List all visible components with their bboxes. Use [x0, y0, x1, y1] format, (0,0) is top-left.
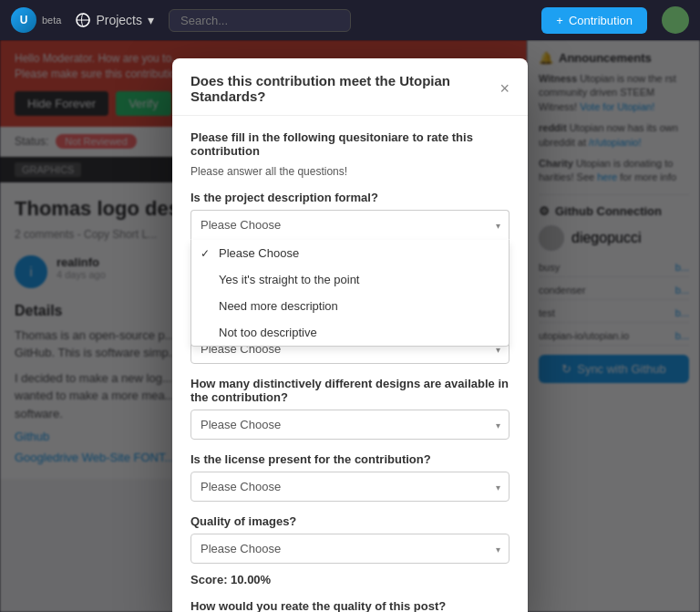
q1-dropdown-list: ✓ Please Choose Yes it's straight to the… [190, 240, 510, 347]
search-input[interactable] [169, 9, 351, 32]
q4-label: How many distinctively different designs… [190, 377, 510, 404]
plus-icon: + [556, 14, 563, 27]
contribution-button[interactable]: + Contribution [541, 7, 647, 34]
page-body: Hello Moderator. How are you to...Please… [0, 40, 700, 612]
beta-label: beta [42, 15, 61, 26]
projects-nav[interactable]: Projects ▾ [76, 13, 154, 27]
q6-select-wrapper: Please Choose ▾ [190, 534, 510, 564]
dropdown-option-straight[interactable]: Yes it's straight to the point [191, 266, 509, 293]
dropdown-option-not-descriptive[interactable]: Not too descriptive [191, 319, 509, 346]
q5-select-wrapper: Please Choose ▾ [190, 472, 510, 502]
modal-title: Does this contribution meet the Utopian … [190, 73, 499, 104]
q6-label: Quality of images? [190, 514, 510, 528]
score-display: Score: 10.00% [190, 573, 510, 586]
q5-select[interactable]: Please Choose [190, 472, 510, 502]
modal-header: Does this contribution meet the Utopian … [172, 58, 528, 116]
q1-select[interactable]: Please Choose Yes it's straight to the p… [190, 210, 510, 240]
modal-body: Please fill in the following quesitoniar… [172, 116, 528, 612]
logo: U beta [11, 7, 61, 33]
modal-instruction: Please answer all the questions! [190, 165, 510, 178]
q1-label: Is the project description formal? [190, 191, 510, 204]
checkmark-icon: ✓ [201, 247, 213, 260]
logo-icon: U [11, 7, 36, 33]
dropdown-option-more-desc[interactable]: Need more description [191, 293, 509, 319]
q6-select[interactable]: Please Choose [190, 534, 510, 564]
navbar: U beta Projects ▾ + Contribution [0, 0, 700, 40]
q5-label: Is the license present for the contribut… [190, 452, 510, 466]
chevron-down-icon: ▾ [148, 13, 154, 27]
modal-description: Please fill in the following quesitoniar… [190, 130, 510, 158]
quality-label: How would you reate the quality of this … [190, 599, 510, 612]
modal-dialog: Does this contribution meet the Utopian … [172, 58, 528, 612]
q4-select-wrapper: Please Choose ▾ [190, 410, 510, 440]
q1-select-wrapper: Please Choose Yes it's straight to the p… [190, 210, 510, 240]
modal-close-button[interactable]: × [499, 79, 510, 99]
q4-select[interactable]: Please Choose [190, 410, 510, 440]
user-avatar[interactable] [662, 6, 689, 34]
modal-overlay: Does this contribution meet the Utopian … [0, 40, 700, 612]
dropdown-option-please-choose[interactable]: ✓ Please Choose [191, 240, 509, 266]
projects-label: Projects [96, 13, 142, 27]
